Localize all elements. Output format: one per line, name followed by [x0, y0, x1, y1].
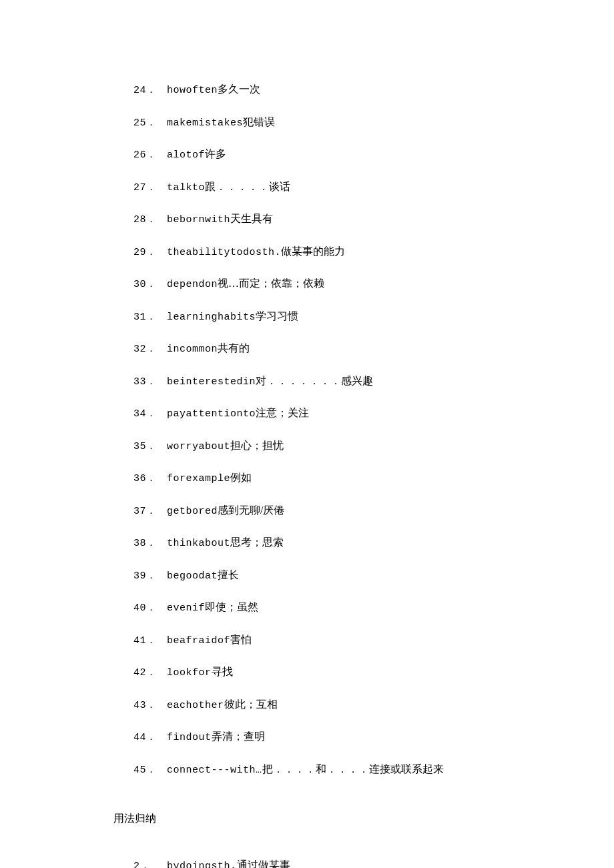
- english-term: evenif: [167, 602, 205, 614]
- item-body: makemistakes犯错误: [167, 113, 275, 132]
- item-body: findout弄清；查明: [167, 727, 265, 747]
- item-number: 39．: [133, 568, 167, 585]
- item-number: 30．: [133, 276, 167, 294]
- item-body: incommon共有的: [167, 339, 250, 358]
- list-item: 34．payattentionto注意；关注: [133, 404, 501, 423]
- english-term: howoften: [167, 85, 218, 96]
- item-body: thinkabout思考；思索: [167, 533, 284, 552]
- list-item: 30．dependon视…而定；依靠；依赖: [133, 274, 501, 294]
- chinese-definition: 思考；思索: [230, 536, 284, 548]
- item-body: connect---with…把．．．．和．．．．连接或联系起来: [167, 760, 444, 779]
- english-term: beinterestedin: [167, 376, 256, 388]
- item-body: bebornwith天生具有: [167, 209, 273, 229]
- chinese-definition: 寻找: [212, 666, 233, 677]
- chinese-definition: 学习习惯: [256, 310, 298, 322]
- english-term: learninghabits: [167, 312, 256, 323]
- english-term: makemistakes: [167, 117, 243, 129]
- item-number: 41．: [133, 632, 167, 650]
- english-term: bydoingsth.: [167, 861, 237, 868]
- english-term: findout: [167, 732, 212, 743]
- chinese-definition: 天生具有: [230, 213, 273, 224]
- english-term: talkto: [167, 182, 205, 193]
- item-number: 32．: [133, 341, 167, 358]
- list-item: 37．getbored感到无聊/厌倦: [133, 501, 501, 520]
- section-title: 用法归纳: [113, 812, 501, 826]
- chinese-definition: 共有的: [218, 342, 250, 354]
- chinese-definition: 许多: [205, 148, 226, 159]
- english-term: payattentionto: [167, 408, 256, 420]
- item-body: worryabout担心；担忧: [167, 436, 284, 456]
- chinese-definition: 犯错误: [243, 116, 275, 127]
- item-body: payattentionto注意；关注: [167, 404, 309, 423]
- item-number: 24．: [133, 82, 167, 99]
- english-term: getbored: [167, 506, 218, 517]
- vocab-list: 24．howoften多久一次25．makemistakes犯错误26．alot…: [133, 80, 501, 779]
- list-item: 32．incommon共有的: [133, 339, 501, 358]
- chinese-definition: 对．．．．．．．感兴趣: [256, 375, 373, 386]
- item-body: eachother彼此；互相: [167, 695, 278, 715]
- chinese-definition: 视…而定；依靠；依赖: [218, 278, 324, 289]
- item-body: lookfor寻找: [167, 663, 233, 682]
- item-number: 31．: [133, 309, 167, 326]
- list-item: 27．talkto跟．．．．．谈话: [133, 177, 501, 197]
- english-term: dependon: [167, 279, 218, 290]
- chinese-definition: 感到无聊/厌倦: [218, 504, 284, 516]
- item-body: beinterestedin对．．．．．．．感兴趣: [167, 372, 373, 391]
- item-body: dependon视…而定；依靠；依赖: [167, 274, 324, 294]
- list-item: 2．bydoingsth.通过做某事: [133, 856, 501, 868]
- item-body: learninghabits学习习惯: [167, 307, 298, 326]
- item-number: 45．: [133, 762, 167, 779]
- english-term: bebornwith: [167, 214, 230, 226]
- list-item: 31．learninghabits学习习惯: [133, 307, 501, 326]
- chinese-definition: 彼此；互相: [224, 699, 278, 710]
- item-number: 2．: [133, 858, 167, 868]
- list-item: 45．connect---with…把．．．．和．．．．连接或联系起来: [133, 760, 501, 779]
- item-body: forexample例如: [167, 468, 252, 488]
- item-body: getbored感到无聊/厌倦: [167, 501, 284, 520]
- english-term: incommon: [167, 344, 218, 355]
- item-number: 40．: [133, 600, 167, 617]
- english-term: begoodat: [167, 570, 218, 582]
- item-number: 36．: [133, 470, 167, 488]
- chinese-definition: 擅长: [218, 569, 239, 580]
- list-item: 39．begoodat擅长: [133, 566, 501, 585]
- item-body: bydoingsth.通过做某事: [167, 856, 290, 868]
- list-item: 36．forexample例如: [133, 468, 501, 488]
- english-term: alotof: [167, 149, 205, 161]
- item-body: beafraidof害怕: [167, 630, 252, 650]
- item-number: 42．: [133, 665, 167, 682]
- chinese-definition: 即使；虽然: [205, 601, 258, 612]
- item-number: 27．: [133, 179, 167, 197]
- item-body: evenif即使；虽然: [167, 598, 258, 617]
- item-body: talkto跟．．．．．谈话: [167, 177, 290, 197]
- list-item: 29．theabilitytodosth.做某事的能力: [133, 242, 501, 262]
- item-number: 43．: [133, 697, 167, 715]
- english-term: forexample: [167, 473, 230, 484]
- item-body: begoodat擅长: [167, 566, 239, 585]
- english-term: eachother: [167, 700, 224, 711]
- item-number: 26．: [133, 147, 167, 164]
- item-body: howoften多久一次: [167, 80, 260, 99]
- chinese-definition: 害怕: [230, 634, 252, 645]
- chinese-definition: 做某事的能力: [281, 246, 345, 257]
- item-number: 25．: [133, 115, 167, 132]
- item-number: 29．: [133, 244, 167, 262]
- chinese-definition: 弄清；查明: [212, 731, 265, 742]
- list-item: 35．worryabout担心；担忧: [133, 436, 501, 456]
- item-number: 44．: [133, 729, 167, 747]
- english-term: theabilitytodosth.: [167, 247, 281, 258]
- list-item: 28．bebornwith天生具有: [133, 209, 501, 229]
- chinese-definition: 通过做某事: [237, 859, 290, 868]
- list-item: 38．thinkabout思考；思索: [133, 533, 501, 552]
- chinese-definition: 例如: [230, 472, 252, 483]
- list-item: 40．evenif即使；虽然: [133, 598, 501, 617]
- chinese-definition: 把．．．．和．．．．连接或联系起来: [262, 763, 444, 775]
- document-page: 24．howoften多久一次25．makemistakes犯错误26．alot…: [0, 0, 614, 868]
- item-number: 33．: [133, 374, 167, 391]
- item-number: 38．: [133, 535, 167, 552]
- item-number: 37．: [133, 503, 167, 520]
- item-number: 35．: [133, 438, 167, 456]
- list-item: 42．lookfor寻找: [133, 663, 501, 682]
- item-number: 28．: [133, 211, 167, 229]
- chinese-definition: 跟．．．．．谈话: [205, 181, 290, 192]
